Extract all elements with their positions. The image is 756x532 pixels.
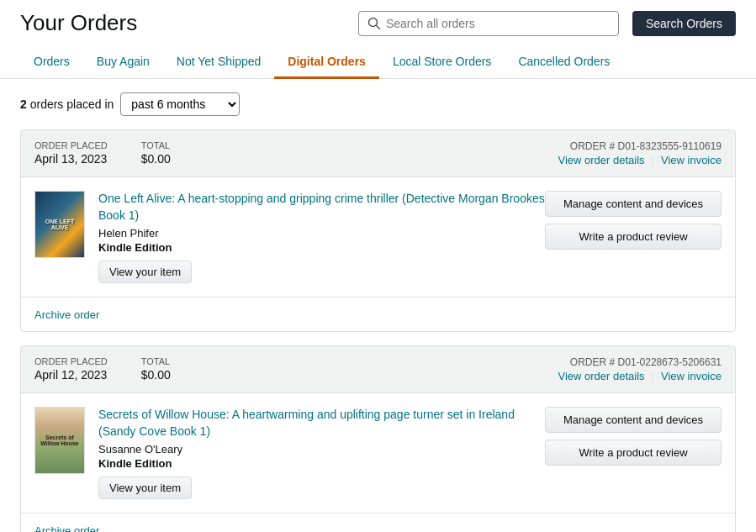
order-placed-section: ORDER PLACED April 12, 2023 bbox=[34, 356, 108, 382]
placed-in-label: placed in bbox=[66, 97, 114, 111]
order-body: ONE LEFT ALIVE One Left Alive: A heart-s… bbox=[21, 177, 735, 297]
order-header: ORDER PLACED April 13, 2023 TOTAL $0.00 … bbox=[21, 130, 735, 177]
order-links: View order details | View invoice bbox=[558, 370, 722, 382]
order-header-left: ORDER PLACED April 12, 2023 TOTAL $0.00 bbox=[34, 356, 171, 382]
order-card: ORDER PLACED April 13, 2023 TOTAL $0.00 … bbox=[20, 129, 736, 332]
tabs-nav: Orders Buy Again Not Yet Shipped Digital… bbox=[0, 46, 756, 79]
item-author: Susanne O'Leary bbox=[98, 443, 545, 456]
order-item: ONE LEFT ALIVE One Left Alive: A heart-s… bbox=[34, 191, 545, 283]
tab-buy-again[interactable]: Buy Again bbox=[83, 46, 163, 79]
item-author: Helen Phifer bbox=[98, 227, 545, 240]
order-placed-section: ORDER PLACED April 13, 2023 bbox=[34, 140, 108, 166]
view-invoice-link[interactable]: View invoice bbox=[661, 154, 722, 166]
orders-count: 2 bbox=[20, 97, 27, 111]
tab-local-store-orders[interactable]: Local Store Orders bbox=[379, 46, 505, 79]
tab-cancelled-orders[interactable]: Cancelled Orders bbox=[505, 46, 623, 79]
archive-row: Archive order bbox=[21, 513, 735, 532]
order-actions: Manage content and devices Write a produ… bbox=[545, 191, 722, 250]
write-review-button[interactable]: Write a product review bbox=[545, 440, 722, 466]
archive-row: Archive order bbox=[21, 297, 735, 331]
search-input[interactable] bbox=[386, 17, 610, 30]
page-header: Your Orders Search Orders bbox=[0, 0, 756, 46]
order-number: ORDER # D01-8323555-9110619 bbox=[558, 140, 722, 152]
order-total-amount: $0.00 bbox=[141, 152, 171, 166]
view-order-details-link[interactable]: View order details bbox=[558, 370, 644, 382]
tab-digital-orders[interactable]: Digital Orders bbox=[274, 46, 379, 79]
page-title: Your Orders bbox=[20, 10, 345, 36]
order-number: ORDER # D01-0228673-5206631 bbox=[558, 356, 722, 368]
item-details: One Left Alive: A heart-stopping and gri… bbox=[98, 191, 545, 283]
order-placed-date: April 13, 2023 bbox=[34, 152, 108, 166]
order-placed-date: April 12, 2023 bbox=[34, 368, 108, 382]
order-body: Secrets of Willow House Secrets of Willo… bbox=[21, 393, 735, 513]
search-bar bbox=[358, 11, 619, 36]
tab-orders[interactable]: Orders bbox=[20, 46, 83, 79]
view-order-details-link[interactable]: View order details bbox=[558, 154, 644, 166]
order-placed-label: ORDER PLACED bbox=[34, 356, 108, 366]
order-links: View order details | View invoice bbox=[558, 154, 722, 166]
order-total-label: TOTAL bbox=[141, 140, 171, 150]
item-title-link[interactable]: Secrets of Willow House: A heartwarming … bbox=[98, 407, 545, 440]
view-item-button[interactable]: View your item bbox=[98, 261, 192, 283]
order-header-left: ORDER PLACED April 13, 2023 TOTAL $0.00 bbox=[34, 140, 171, 166]
order-total-amount: $0.00 bbox=[141, 368, 171, 382]
page-content: 2 orders placed in past 6 months past 3 … bbox=[0, 79, 756, 532]
order-actions: Manage content and devices Write a produ… bbox=[545, 407, 722, 466]
svg-line-1 bbox=[376, 25, 379, 29]
tab-not-yet-shipped[interactable]: Not Yet Shipped bbox=[163, 46, 274, 79]
order-header-right: ORDER # D01-0228673-5206631 View order d… bbox=[558, 356, 722, 382]
search-orders-button[interactable]: Search Orders bbox=[632, 11, 736, 36]
manage-content-button[interactable]: Manage content and devices bbox=[545, 407, 722, 433]
order-header-right: ORDER # D01-8323555-9110619 View order d… bbox=[558, 140, 722, 166]
orders-count-label: orders bbox=[30, 97, 64, 111]
search-icon bbox=[367, 17, 381, 30]
write-review-button[interactable]: Write a product review bbox=[545, 224, 722, 250]
item-format: Kindle Edition bbox=[98, 241, 545, 254]
archive-order-link[interactable]: Archive order bbox=[34, 308, 99, 321]
manage-content-button[interactable]: Manage content and devices bbox=[545, 191, 722, 217]
archive-order-link[interactable]: Archive order bbox=[34, 524, 99, 532]
order-header: ORDER PLACED April 12, 2023 TOTAL $0.00 … bbox=[21, 346, 735, 393]
order-placed-label: ORDER PLACED bbox=[34, 140, 108, 150]
view-item-button[interactable]: View your item bbox=[98, 477, 192, 499]
view-invoice-link[interactable]: View invoice bbox=[661, 370, 722, 382]
order-total-label: TOTAL bbox=[141, 356, 171, 366]
order-item: Secrets of Willow House Secrets of Willo… bbox=[34, 407, 545, 499]
item-format: Kindle Edition bbox=[98, 457, 545, 470]
book-cover: Secrets of Willow House bbox=[34, 407, 85, 474]
item-title-link[interactable]: One Left Alive: A heart-stopping and gri… bbox=[98, 191, 545, 224]
order-total-section: TOTAL $0.00 bbox=[141, 140, 171, 166]
order-card: ORDER PLACED April 12, 2023 TOTAL $0.00 … bbox=[20, 345, 736, 532]
book-cover: ONE LEFT ALIVE bbox=[34, 191, 85, 258]
orders-summary: 2 orders placed in past 6 months past 3 … bbox=[20, 92, 736, 116]
period-select[interactable]: past 6 months past 3 months past year 20… bbox=[120, 92, 240, 116]
order-total-section: TOTAL $0.00 bbox=[141, 356, 171, 382]
item-details: Secrets of Willow House: A heartwarming … bbox=[98, 407, 545, 499]
